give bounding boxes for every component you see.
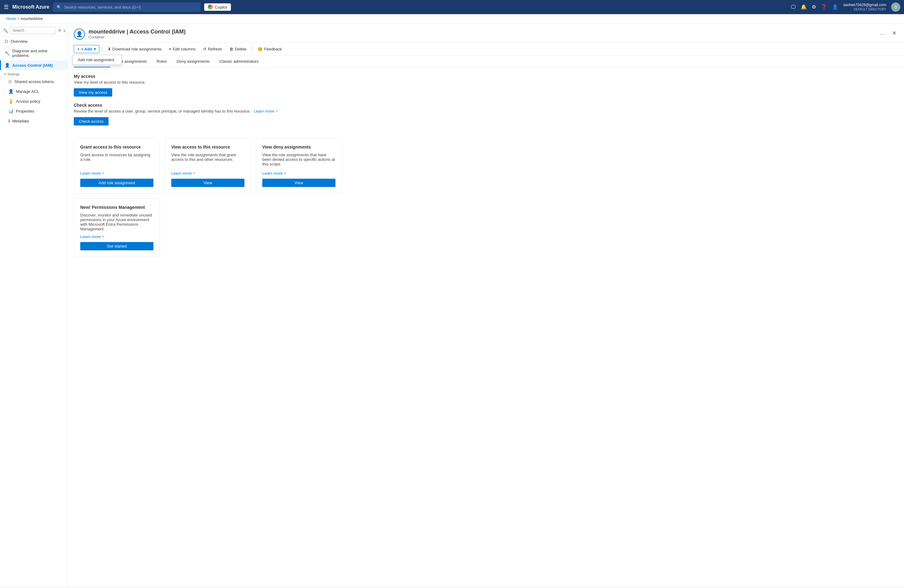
grant-access-learn-more[interactable]: Learn more ↗ bbox=[80, 171, 153, 175]
refresh-icon: ↺ bbox=[203, 47, 206, 51]
view-access-card: View access to this resource View the ro… bbox=[165, 138, 251, 193]
page-ellipsis-button[interactable]: ... bbox=[877, 28, 887, 38]
permissions-management-card: New! Permissions Management Discover, mo… bbox=[74, 198, 160, 257]
permissions-management-desc: Discover, monitor and remediate unused p… bbox=[80, 213, 153, 231]
main-layout: 🔍 ✕ « ⊡ Overview 🔧 Diagnose and solve pr… bbox=[0, 24, 904, 587]
view-access-card-desc: View the role assignments that grant acc… bbox=[171, 153, 245, 168]
sidebar-item-access-policy[interactable]: 💡 Access policy bbox=[0, 96, 67, 106]
view-deny-card-desc: View the role assignments that have been… bbox=[262, 153, 335, 168]
add-button[interactable]: + + Add ▾ bbox=[74, 45, 99, 53]
access-policy-icon: 💡 bbox=[8, 99, 14, 104]
tab-roles[interactable]: Roles bbox=[152, 56, 172, 67]
sidebar-search-icon: 🔍 bbox=[3, 28, 8, 33]
view-deny-ext-icon: ↗ bbox=[283, 172, 286, 175]
permissions-row: New! Permissions Management Discover, mo… bbox=[74, 198, 898, 257]
sidebar-collapse-btn[interactable]: « bbox=[63, 28, 66, 33]
notifications-icon[interactable]: 🔔 bbox=[801, 4, 807, 10]
sidebar-item-shared-access-tokens[interactable]: ⊙ Shared access tokens bbox=[0, 77, 67, 87]
my-access-section: My access View my level of access to thi… bbox=[74, 74, 898, 96]
grant-access-card-desc: Grant access to resources by assigning a… bbox=[80, 153, 153, 168]
check-access-learn-more-ext-icon: ↗ bbox=[275, 109, 278, 113]
breadcrumb: Home > mounteddrive bbox=[0, 14, 904, 24]
view-access-ext-icon: ↗ bbox=[193, 172, 195, 175]
page-header: 👤 mounteddrive | Access Control (IAM) Co… bbox=[68, 24, 904, 43]
feedback-nav-icon[interactable]: 👤 bbox=[832, 4, 838, 10]
download-icon: ⬇ bbox=[107, 47, 111, 51]
user-email: seohee70428@gmail.com bbox=[843, 2, 886, 8]
copilot-icon bbox=[208, 5, 213, 9]
help-icon[interactable]: ❓ bbox=[821, 4, 827, 10]
toolbar-divider-1 bbox=[102, 46, 102, 52]
hamburger-menu[interactable]: ☰ bbox=[4, 4, 9, 11]
view-access-card-title: View access to this resource bbox=[171, 145, 245, 149]
view-deny-card-title: View deny assignments bbox=[262, 145, 335, 149]
resource-icon: 👤 bbox=[74, 28, 85, 40]
global-search-bar[interactable]: 🔍 bbox=[53, 2, 201, 12]
sidebar-item-metadata[interactable]: ℹ Metadata bbox=[0, 116, 67, 126]
delete-button[interactable]: 🗑 Delete bbox=[226, 45, 250, 53]
feedback-icon: 😊 bbox=[258, 47, 262, 51]
diagnose-icon: 🔧 bbox=[5, 51, 10, 56]
add-role-assignment-button[interactable]: Add role assignment bbox=[80, 179, 153, 187]
view-deny-learn-more[interactable]: Learn more ↗ bbox=[262, 171, 335, 175]
breadcrumb-home[interactable]: Home bbox=[6, 17, 16, 21]
sidebar-search-clear[interactable]: ✕ bbox=[58, 28, 62, 33]
user-avatar[interactable]: S bbox=[891, 2, 900, 12]
shared-access-tokens-icon: ⊙ bbox=[8, 79, 12, 84]
add-role-assignment-dropdown-item[interactable]: Add role assignment bbox=[73, 55, 122, 65]
view-my-access-button[interactable]: View my access bbox=[74, 88, 112, 96]
check-access-learn-more[interactable]: Learn more ↗ bbox=[252, 109, 278, 114]
overview-icon: ⊡ bbox=[5, 39, 8, 44]
feedback-button[interactable]: 😊 Feedback bbox=[254, 45, 285, 53]
page-close-button[interactable]: ✕ bbox=[891, 28, 898, 38]
check-access-section: Check access Review the level of access … bbox=[74, 103, 898, 125]
refresh-button[interactable]: ↺ Refresh bbox=[200, 45, 225, 53]
properties-icon: 📊 bbox=[8, 109, 14, 114]
settings-icon[interactable]: ⚙ bbox=[812, 4, 816, 10]
tabs-bar: Check access Role assignments Roles Deny… bbox=[68, 56, 904, 68]
page-title: mounteddrive | Access Control (IAM) bbox=[89, 28, 874, 35]
sidebar-item-iam[interactable]: 👤 Access Control (IAM) bbox=[0, 60, 67, 70]
grant-access-ext-icon: ↗ bbox=[101, 172, 104, 175]
sidebar-item-diagnose[interactable]: 🔧 Diagnose and solve problems bbox=[0, 46, 67, 60]
section-separator-2 bbox=[74, 133, 898, 133]
cloud-shell-icon[interactable]: 🖵 bbox=[791, 4, 796, 10]
sidebar-item-properties[interactable]: 📊 Properties bbox=[0, 106, 67, 116]
user-info[interactable]: seohee70428@gmail.com DEFAULT DIRECTORY bbox=[843, 2, 886, 12]
edit-columns-button[interactable]: ≡ Edit columns bbox=[166, 45, 199, 53]
view-access-button[interactable]: View bbox=[171, 179, 245, 187]
tab-deny-assignments[interactable]: Deny assignments bbox=[172, 56, 215, 67]
page-subtitle: Container bbox=[89, 35, 874, 40]
main-content: My access View my level of access to thi… bbox=[68, 68, 904, 268]
search-icon: 🔍 bbox=[57, 5, 62, 9]
check-access-desc: Review the level of access a user, group… bbox=[74, 109, 898, 114]
my-access-desc: View my level of access to this resource… bbox=[74, 80, 898, 85]
sidebar-search-input[interactable] bbox=[10, 27, 56, 34]
toolbar-divider-2 bbox=[252, 46, 252, 52]
global-search-input[interactable] bbox=[64, 5, 197, 9]
my-access-title: My access bbox=[74, 74, 898, 79]
grant-access-card-title: Grant access to this resource bbox=[80, 145, 153, 149]
breadcrumb-sep: > bbox=[17, 17, 19, 21]
view-deny-card: View deny assignments View the role assi… bbox=[256, 138, 342, 193]
permissions-learn-more[interactable]: Learn more ↗ bbox=[80, 234, 153, 239]
grant-access-card: Grant access to this resource Grant acce… bbox=[74, 138, 160, 193]
permissions-management-title: New! Permissions Management bbox=[80, 205, 153, 210]
download-role-assignments-button[interactable]: ⬇ Download role assignments bbox=[104, 45, 165, 53]
get-started-button[interactable]: Get started bbox=[80, 242, 153, 250]
view-access-learn-more[interactable]: Learn more ↗ bbox=[171, 171, 245, 175]
sidebar-search-container: 🔍 ✕ « bbox=[0, 24, 67, 36]
sidebar-item-overview[interactable]: ⊡ Overview bbox=[0, 36, 67, 46]
check-access-button[interactable]: Check access bbox=[74, 117, 109, 125]
tab-classic-administrators[interactable]: Classic administrators bbox=[215, 56, 264, 67]
add-dropdown-icon: ▾ bbox=[94, 47, 96, 51]
iam-resource-icon: 👤 bbox=[76, 31, 83, 38]
sidebar-item-manage-acl[interactable]: 👤 Manage ACL bbox=[0, 87, 67, 96]
copilot-button[interactable]: Copilot bbox=[204, 3, 231, 11]
view-deny-button[interactable]: View bbox=[262, 179, 335, 187]
content-area: 👤 mounteddrive | Access Control (IAM) Co… bbox=[68, 24, 904, 587]
breadcrumb-current: mounteddrive bbox=[21, 17, 43, 21]
user-directory: DEFAULT DIRECTORY bbox=[843, 7, 886, 12]
check-access-title: Check access bbox=[74, 103, 898, 107]
sidebar-section-settings[interactable]: ∨ Settings bbox=[0, 70, 67, 77]
